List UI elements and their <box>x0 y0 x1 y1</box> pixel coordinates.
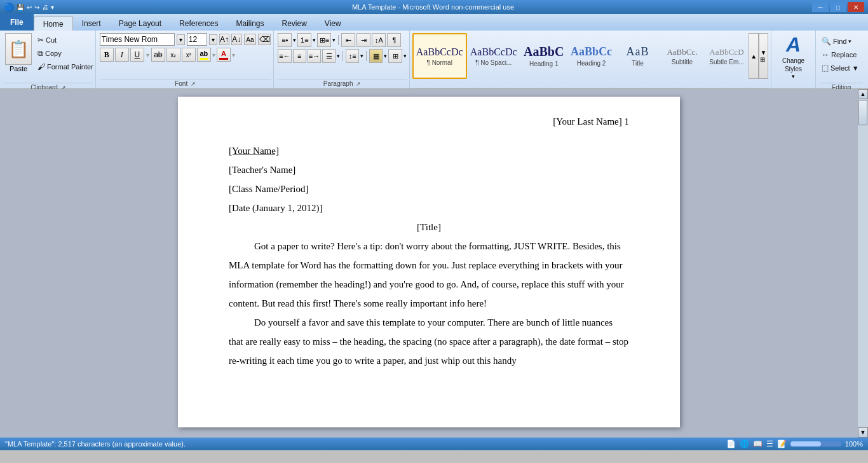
change-styles-label: Change Styles <box>782 57 804 73</box>
change-styles-dropdown-icon: ▾ <box>792 73 795 79</box>
select-button[interactable]: ⬚ Select ▼ <box>820 62 863 74</box>
justify-button[interactable]: ☰ <box>322 49 336 63</box>
replace-button[interactable]: ↔ Replace <box>820 49 863 60</box>
numbering-button[interactable]: 1≡ <box>297 33 311 47</box>
tab-references[interactable]: References <box>170 17 227 31</box>
multilevel-button[interactable]: ⊞≡ <box>317 33 331 47</box>
tab-review[interactable]: Review <box>273 17 315 31</box>
scroll-up-button[interactable]: ▲ <box>858 89 868 99</box>
copy-button[interactable]: ⧉ Copy <box>36 48 95 59</box>
justify-dropdown[interactable]: ▾ <box>337 53 340 59</box>
shading-dropdown[interactable]: ▾ <box>384 53 387 59</box>
line-spacing-dropdown[interactable]: ▾ <box>360 53 363 59</box>
borders-button[interactable]: ⊞ <box>388 49 402 63</box>
scroll-down-button[interactable]: ▼ <box>858 427 868 438</box>
line-spacing-button[interactable]: ↕≡ <box>346 49 359 63</box>
paste-icon: 📋 <box>5 33 32 65</box>
font-size-input[interactable] <box>187 33 207 46</box>
font-shrink-button[interactable]: A↓ <box>231 34 241 45</box>
italic-button[interactable]: I <box>115 48 129 62</box>
font-name-input[interactable] <box>100 33 175 46</box>
styles-scroll-up[interactable]: ▲ <box>749 33 758 79</box>
view-draft-icon[interactable]: 📝 <box>777 439 787 448</box>
style-normal[interactable]: AaBbCcDc ¶ Normal <box>412 33 467 79</box>
styles-group: AaBbCcDc ¶ Normal AaBbCcDc ¶ No Spaci...… <box>410 31 771 88</box>
change-case-button[interactable]: Aa <box>244 34 257 45</box>
document-body[interactable]: [Your Name] [Teacher's Name] [Class Name… <box>229 141 629 370</box>
align-left-button[interactable]: ≡← <box>278 49 291 63</box>
find-button[interactable]: 🔍 Find ▾ <box>820 36 863 47</box>
quick-access-save[interactable]: 💾 <box>17 4 24 11</box>
font-name-dropdown-icon[interactable]: ▾ <box>177 34 185 45</box>
borders-dropdown[interactable]: ▾ <box>403 53 407 59</box>
style-title[interactable]: AaB Title <box>615 33 660 79</box>
tab-insert[interactable]: Insert <box>73 17 110 31</box>
zoom-fill <box>790 441 821 446</box>
bullets-dropdown[interactable]: ▾ <box>293 37 296 43</box>
tab-mailings[interactable]: Mailings <box>227 17 273 31</box>
style-subtle-em[interactable]: AaBbCcD Subtle Em... <box>704 33 749 79</box>
underline-button[interactable]: U <box>130 48 144 62</box>
view-outline-icon[interactable]: ☰ <box>766 439 773 448</box>
style-subtitle-name: Subtitle <box>672 59 693 66</box>
clipboard-group: 📋 Paste ✂ Cut ⧉ Copy 🖌 Format Painter C <box>1 31 96 88</box>
quick-access-redo[interactable]: ↪ <box>34 4 39 11</box>
style-subtitle[interactable]: AaBbCc. Subtitle <box>660 33 704 79</box>
clear-formatting-button[interactable]: ⌫ <box>258 34 271 45</box>
tab-file[interactable]: File <box>0 14 34 31</box>
tab-page-layout[interactable]: Page Layout <box>110 17 170 31</box>
change-styles-button[interactable]: A Change Styles ▾ <box>782 33 804 88</box>
ribbon: 📋 Paste ✂ Cut ⧉ Copy 🖌 Format Painter C <box>0 31 868 89</box>
status-bar: "MLA Template": 2,517 characters (an app… <box>0 438 868 450</box>
cut-icon: ✂ <box>37 36 44 45</box>
subscript-button[interactable]: x₂ <box>166 48 180 62</box>
doc-stats: "MLA Template": 2,517 characters (an app… <box>5 440 186 448</box>
font-size-dropdown-icon[interactable]: ▾ <box>209 34 217 45</box>
style-title-name: Title <box>632 60 644 67</box>
styles-scroll-down[interactable]: ▼⊞ <box>759 33 768 79</box>
zoom-slider[interactable] <box>790 441 841 446</box>
shading-button[interactable]: ▦ <box>369 49 383 63</box>
view-normal-icon[interactable]: 📄 <box>726 439 736 448</box>
tab-view[interactable]: View <box>316 17 350 31</box>
paste-label: Paste <box>10 65 27 73</box>
font-expand-icon[interactable]: ↗ <box>191 81 196 87</box>
style-heading2[interactable]: AaBbCc Heading 2 <box>567 33 616 79</box>
find-dropdown-icon[interactable]: ▾ <box>848 38 851 45</box>
view-read-icon[interactable]: 📖 <box>753 439 763 448</box>
style-no-spacing[interactable]: AaBbCcDc ¶ No Spaci... <box>467 33 520 79</box>
style-heading1[interactable]: AaBbC Heading 1 <box>520 33 567 79</box>
text-highlight-button[interactable]: ab <box>197 48 211 62</box>
numbering-dropdown[interactable]: ▾ <box>313 37 316 43</box>
bullets-button[interactable]: ≡• <box>278 33 292 47</box>
bold-button[interactable]: B <box>100 48 114 62</box>
font-color-button[interactable]: A <box>217 48 231 62</box>
quick-access-print[interactable]: 🖨 <box>42 4 48 11</box>
sort-button[interactable]: ↕A <box>372 33 386 47</box>
strikethrough-button[interactable]: ab <box>151 48 165 62</box>
align-right-button[interactable]: ≡→ <box>308 49 321 63</box>
minimize-button[interactable]: ─ <box>812 2 829 12</box>
format-painter-button[interactable]: 🖌 Format Painter <box>36 61 95 73</box>
change-styles-icon: A <box>786 33 801 57</box>
scroll-thumb[interactable] <box>858 100 867 125</box>
copy-icon: ⧉ <box>37 49 43 58</box>
paragraph-expand-icon[interactable]: ↗ <box>356 81 361 87</box>
zoom-percent: 100% <box>845 440 863 448</box>
scroll-track <box>858 99 868 427</box>
maximize-button[interactable]: □ <box>830 2 846 12</box>
tab-home[interactable]: Home <box>34 17 73 31</box>
superscript-button[interactable]: x² <box>182 48 196 62</box>
style-normal-preview: AaBbCcDc <box>416 46 463 58</box>
quick-access-undo[interactable]: ↩ <box>27 4 32 11</box>
paste-button[interactable]: 📋 Paste <box>4 32 33 74</box>
multilevel-dropdown[interactable]: ▾ <box>332 37 336 43</box>
view-web-icon[interactable]: 🌐 <box>740 439 749 448</box>
close-button[interactable]: ✕ <box>848 2 864 12</box>
align-center-button[interactable]: ≡ <box>293 49 306 63</box>
cut-button[interactable]: ✂ Cut <box>36 34 95 46</box>
show-hide-button[interactable]: ¶ <box>387 33 401 47</box>
decrease-indent-button[interactable]: ⇤ <box>341 33 355 47</box>
font-grow-button[interactable]: A↑ <box>219 34 229 45</box>
increase-indent-button[interactable]: ⇥ <box>356 33 370 47</box>
